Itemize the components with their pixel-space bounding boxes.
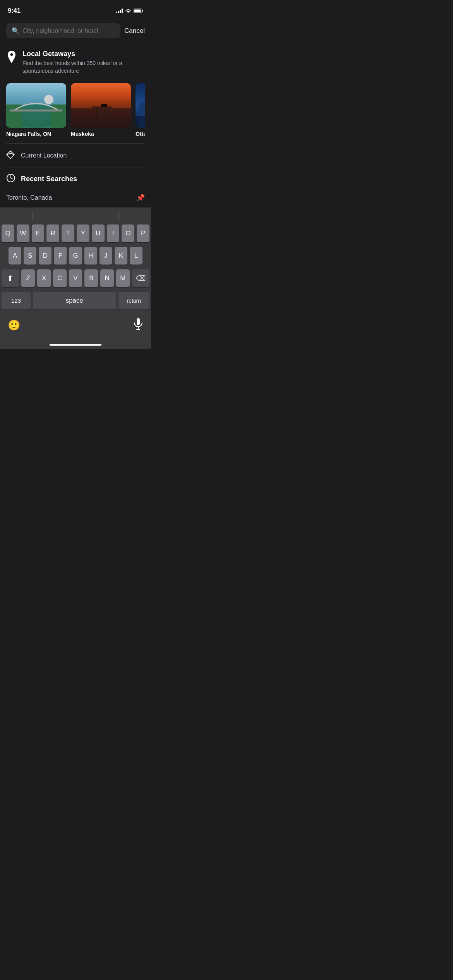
destination-niagara-label: Niagara Falls, ON (6, 131, 66, 137)
key-i[interactable]: I (107, 224, 120, 242)
svg-rect-1 (142, 10, 143, 12)
key-l[interactable]: L (130, 247, 142, 265)
keyboard-row-1: Q W E R T Y U I O P (2, 224, 149, 242)
destination-muskoka-img (71, 83, 131, 128)
destinations-scroll[interactable]: Niagara Falls, ON (6, 78, 145, 143)
svg-rect-10 (71, 108, 131, 128)
wifi-icon (125, 9, 131, 13)
status-time: 9:41 (8, 7, 21, 15)
key-v[interactable]: V (69, 269, 82, 287)
keyboard-row-3: ⬆ Z X C V B N M ⌫ (2, 269, 149, 287)
numbers-key[interactable]: 123 (2, 292, 31, 310)
destination-ottawa-label: Ottawa (136, 131, 145, 137)
current-location-row[interactable]: Current Location (0, 144, 151, 168)
destination-niagara[interactable]: Niagara Falls, ON (6, 83, 66, 137)
keyboard-row-2: A S D F G H J K L (2, 247, 149, 265)
status-bar: 9:41 (0, 0, 151, 19)
search-input[interactable] (22, 27, 115, 34)
key-w[interactable]: W (17, 224, 29, 242)
svg-rect-13 (104, 108, 105, 118)
return-key[interactable]: return (118, 292, 149, 310)
svg-rect-2 (134, 10, 141, 12)
key-e[interactable]: E (32, 224, 45, 242)
svg-rect-8 (10, 110, 62, 111)
space-key[interactable]: space (33, 292, 116, 310)
emoji-button[interactable]: 🙂 (8, 319, 20, 331)
key-m[interactable]: M (116, 269, 130, 287)
svg-rect-14 (101, 104, 107, 107)
recent-search-item[interactable]: Toronto, Canada 📌 (6, 188, 145, 207)
key-a[interactable]: A (9, 247, 21, 265)
shift-key[interactable]: ⬆ (2, 269, 19, 287)
keyboard-row-4: 123 space return (2, 292, 149, 310)
search-content: Local Getaways Find the best hotels with… (0, 42, 151, 207)
key-g[interactable]: G (69, 247, 82, 265)
key-j[interactable]: J (100, 247, 112, 265)
key-b[interactable]: B (84, 269, 98, 287)
backspace-key[interactable]: ⌫ (132, 269, 149, 287)
key-t[interactable]: T (62, 224, 74, 242)
recent-searches-section: Recent Searches Toronto, Canada 📌 (0, 168, 151, 207)
cursor-line-left (33, 211, 33, 221)
local-getaways-text: Local Getaways Find the best hotels with… (22, 50, 145, 75)
svg-point-7 (44, 95, 53, 104)
destination-muskoka[interactable]: Muskoka (71, 83, 131, 137)
key-k[interactable]: K (115, 247, 127, 265)
key-q[interactable]: Q (2, 224, 14, 242)
svg-rect-12 (96, 108, 98, 118)
local-getaways-header: Local Getaways Find the best hotels with… (6, 50, 145, 75)
cursor-line-right (118, 211, 118, 221)
key-h[interactable]: H (84, 247, 97, 265)
key-u[interactable]: U (92, 224, 105, 242)
destination-ottawa[interactable]: Ottawa (136, 83, 145, 137)
key-x[interactable]: X (37, 269, 51, 287)
local-getaways-subtitle: Find the best hotels within 350 miles fo… (22, 60, 145, 75)
keyboard-container: Q W E R T Y U I O P A S D F G H J K L ⬆ … (0, 207, 151, 349)
keyboard: Q W E R T Y U I O P A S D F G H J K L ⬆ … (0, 224, 151, 310)
local-getaways-title: Local Getaways (22, 50, 145, 58)
destination-niagara-img (6, 83, 66, 128)
svg-rect-28 (138, 327, 139, 329)
location-pin-icon (6, 51, 17, 65)
svg-rect-29 (136, 329, 140, 330)
cancel-button[interactable]: Cancel (124, 27, 145, 35)
status-icons (116, 9, 143, 13)
signal-icon (116, 9, 123, 13)
home-indicator (0, 344, 151, 349)
key-r[interactable]: R (46, 224, 59, 242)
cursor-area (0, 207, 151, 224)
destination-ottawa-img (136, 83, 145, 128)
home-bar (50, 344, 101, 346)
key-f[interactable]: F (54, 247, 67, 265)
current-location-label: Current Location (21, 152, 67, 159)
key-z[interactable]: Z (21, 269, 35, 287)
key-y[interactable]: Y (77, 224, 89, 242)
local-getaways-section: Local Getaways Find the best hotels with… (0, 42, 151, 143)
key-c[interactable]: C (53, 269, 67, 287)
emoji-mic-bar: 🙂 (0, 314, 151, 344)
navigation-icon (6, 151, 15, 161)
microphone-button[interactable] (133, 318, 143, 332)
clock-icon (6, 173, 15, 184)
key-o[interactable]: O (122, 224, 134, 242)
destination-muskoka-label: Muskoka (71, 131, 131, 137)
recent-searches-title: Recent Searches (21, 175, 77, 183)
search-bar-container: 🔍 Cancel (0, 19, 151, 42)
svg-rect-22 (136, 116, 145, 128)
battery-icon (134, 9, 143, 13)
key-p[interactable]: P (137, 224, 149, 242)
key-n[interactable]: N (100, 269, 114, 287)
search-icon: 🔍 (12, 27, 19, 34)
key-s[interactable]: S (24, 247, 36, 265)
recent-search-text: Toronto, Canada (6, 194, 52, 201)
key-d[interactable]: D (39, 247, 51, 265)
svg-rect-27 (137, 318, 140, 325)
recent-searches-header: Recent Searches (6, 168, 145, 188)
search-input-wrapper[interactable]: 🔍 (6, 23, 120, 38)
pin-icon: 📌 (136, 194, 145, 202)
